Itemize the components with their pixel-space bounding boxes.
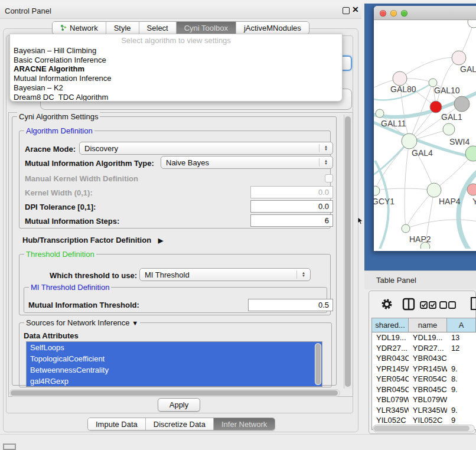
gear-icon[interactable] <box>380 298 393 311</box>
algorithm-option[interactable]: Bayesian – Hill Climbing <box>10 46 342 56</box>
kernel-width-field[interactable]: 0.0 <box>250 186 333 198</box>
table-cell: YDR27... <box>372 343 409 354</box>
table-row[interactable]: YDL19...YDL19...13 <box>372 332 476 343</box>
column-header-name[interactable]: name <box>409 318 447 332</box>
minimize-window-icon[interactable] <box>390 10 397 17</box>
network-node-gal4[interactable] <box>402 133 417 149</box>
zoom-window-icon[interactable] <box>401 10 407 17</box>
apply-button-label: Apply <box>169 400 189 409</box>
table-cell: 13 <box>447 332 476 343</box>
network-node[interactable] <box>430 101 442 113</box>
table-row[interactable]: YPR145WYPR145W9. <box>372 364 476 374</box>
network-node[interactable] <box>420 242 430 249</box>
network-node-y[interactable] <box>467 184 476 195</box>
mi-threshold-field[interactable]: 0.5 <box>248 299 333 311</box>
table-row[interactable]: YBR045CYBR045C9. <box>372 384 476 395</box>
cyni-algorithm-settings-title: Cyni Algorithm Settings <box>17 112 100 121</box>
network-graph[interactable]: GALGAL80GAL10GAL1GAL11GAL4SWI4GCY1HAP4YH… <box>374 20 476 249</box>
manual-kernel-label: Manual Kernel Width Definition <box>25 174 138 183</box>
tab-label: Select <box>147 24 168 32</box>
table-cell: 9. <box>447 364 476 374</box>
table-row[interactable]: YER054CYER054C8. <box>372 374 476 384</box>
resize-grip[interactable] <box>3 444 16 450</box>
aracne-mode-combo[interactable]: Discovery ▲▼ <box>79 142 333 155</box>
attribute-item[interactable]: TopologicalCoefficient <box>27 353 322 364</box>
float-panel-icon[interactable] <box>343 7 350 14</box>
tab-network[interactable]: Network <box>53 22 106 34</box>
table-cell: 9. <box>447 405 476 416</box>
network-node-swi4[interactable] <box>465 146 476 161</box>
split-columns-icon[interactable] <box>402 298 415 311</box>
settings-hscroll-thumb[interactable] <box>11 390 338 396</box>
network-node-gcy1[interactable] <box>374 186 380 195</box>
attribute-item[interactable]: gal4RGexp <box>27 376 322 387</box>
node-table[interactable]: shared...nameA YDL19...YDL19...13YDR27..… <box>371 318 476 430</box>
network-node-hap4[interactable] <box>427 183 441 197</box>
list-scrollbar[interactable] <box>315 343 321 385</box>
apply-button[interactable]: Apply <box>158 398 200 412</box>
table-row[interactable]: YBR043CYBR043C <box>372 353 476 364</box>
tab-label: Style <box>114 24 131 32</box>
table-row[interactable]: YDR27...YDR27...12 <box>372 343 476 354</box>
table-cell: YBR043C <box>409 353 447 364</box>
sources-group-title: Sources for Network Inference ▼ <box>24 318 140 327</box>
which-threshold-combo[interactable]: MI Threshold ▲▼ <box>139 268 311 281</box>
table-row[interactable]: YBL079WYBL079W <box>372 394 476 405</box>
tab-style[interactable]: Style <box>106 22 139 34</box>
table-hscroll-thumb[interactable] <box>374 426 470 431</box>
network-node-hap2[interactable] <box>402 224 410 233</box>
settings-vscroll-thumb[interactable] <box>345 116 351 387</box>
close-window-icon[interactable] <box>380 10 386 17</box>
tab-select[interactable]: Select <box>139 22 177 34</box>
document-icon[interactable] <box>470 296 476 311</box>
mouse-cursor <box>357 217 363 225</box>
data-attributes-list[interactable]: SelfLoopsTopologicalCoefficientBetweenne… <box>26 341 322 387</box>
network-node[interactable] <box>454 96 470 112</box>
tab-infer-network[interactable]: Infer Network <box>214 418 275 430</box>
table-header-row: shared...nameA <box>372 318 476 332</box>
table-row[interactable]: YIL052CYIL052C9 <box>372 415 476 426</box>
tab-impute-data[interactable]: Impute Data <box>88 418 146 430</box>
node-label: GAL11 <box>381 119 406 128</box>
status-strip <box>0 434 476 450</box>
table-row[interactable]: YLR345WYLR345W9. <box>372 405 476 416</box>
network-window-titlebar[interactable] <box>374 6 476 20</box>
algorithm-option[interactable]: Dream8 DC_TDC Algorithm <box>10 93 342 102</box>
tab-cyni-toolbox[interactable]: Cyni Toolbox <box>177 22 236 34</box>
table-cell: YPR145W <box>372 364 409 374</box>
attribute-item[interactable]: SelfLoops <box>27 342 322 353</box>
table-cell: 8. <box>447 374 476 384</box>
algorithm-option[interactable]: Basic Correlation Inference <box>10 56 342 65</box>
manual-kernel-checkbox[interactable] <box>325 174 333 182</box>
table-cell: YBL079W <box>409 394 447 405</box>
network-canvas[interactable]: GALGAL80GAL10GAL1GAL11GAL4SWI4GCY1HAP4YH… <box>374 20 476 249</box>
table-cell: YDL19... <box>409 332 447 343</box>
table-cell: YDR27... <box>409 343 447 354</box>
tab-jactivemnodules[interactable]: jActiveMNodules <box>236 22 309 34</box>
expanded-arrow-icon[interactable]: ▼ <box>132 319 138 327</box>
algorithm-option[interactable]: Mutual Information Inference <box>10 74 342 83</box>
dpi-tolerance-field[interactable]: 0.0 <box>250 200 333 213</box>
network-node-gal1[interactable] <box>443 123 455 135</box>
attribute-item[interactable]: BetweennessCentrality <box>27 364 322 376</box>
algorithm-option[interactable]: ARACNE Algorithm <box>10 64 342 74</box>
column-header-shared[interactable]: shared... <box>372 318 409 332</box>
column-header-a[interactable]: A <box>447 318 476 332</box>
mi-steps-field[interactable]: 6 <box>250 214 333 227</box>
hub-definition-label: Hub/Transcription Factor Definition <box>22 236 151 244</box>
close-panel-icon[interactable]: ✕ <box>352 5 359 14</box>
network-node-gal[interactable] <box>452 51 466 65</box>
network-node-gal11[interactable] <box>376 109 384 118</box>
network-edge <box>459 169 476 249</box>
hub-definition-toggle[interactable]: Hub/Transcription Factor Definition ▶ <box>22 236 163 244</box>
network-node-gal80[interactable] <box>393 71 407 86</box>
checked-boxes-icon[interactable] <box>420 301 436 309</box>
unchecked-boxes-icon[interactable] <box>439 301 456 309</box>
mi-type-combo[interactable]: Naive Bayes ▲▼ <box>161 156 333 169</box>
node-label: HAP4 <box>439 197 461 206</box>
data-attributes-label: Data Attributes <box>24 331 79 340</box>
network-node[interactable] <box>468 20 476 28</box>
table-cell: YLR345W <box>409 405 447 416</box>
algorithm-option[interactable]: Bayesian – K2 <box>10 83 342 93</box>
tab-discretize-data[interactable]: Discretize Data <box>146 418 214 430</box>
